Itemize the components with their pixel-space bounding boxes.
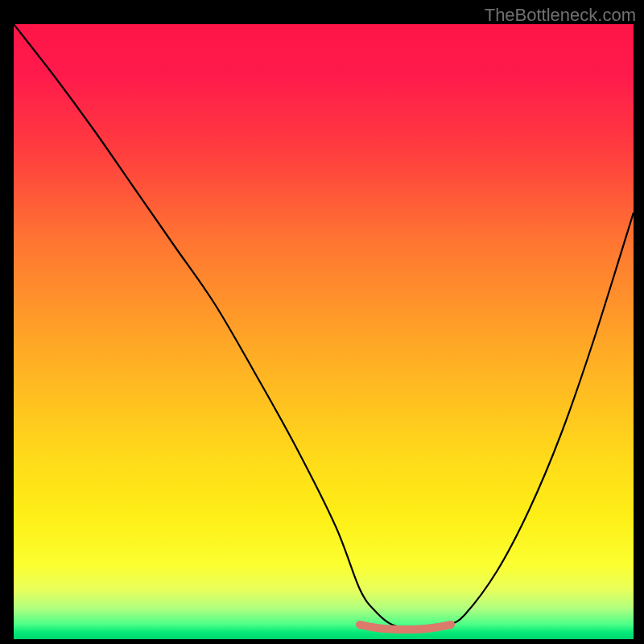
bottleneck-curve-path [14, 24, 634, 630]
chart-svg [14, 24, 634, 639]
highlight-segment-path [360, 625, 451, 630]
watermark-text: TheBottleneck.com [485, 5, 636, 26]
chart-plot-area [14, 24, 634, 639]
